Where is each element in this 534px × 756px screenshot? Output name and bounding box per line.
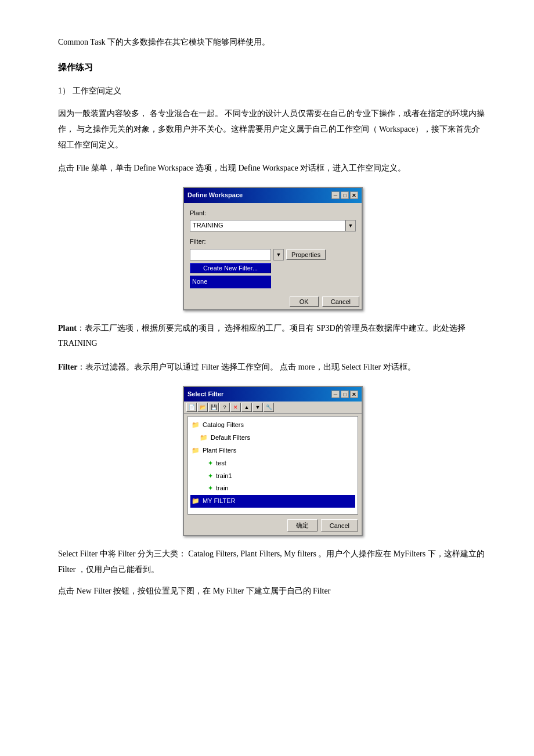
sf-new-btn[interactable]: 📄 [186,403,197,412]
new-filter-paragraph: 点击 New Filter 按钮，按钮位置见下图，在 My Filter 下建立… [58,584,488,599]
intro-text: Common Task 下的大多数操作在其它模块下能够同样使用。 [58,38,270,46]
paragraph-1: 因为一般装置内容较多， 各专业混合在一起。 不同专业的设计人员仅需要在自己的专业… [58,106,488,153]
sf-minimize-btn[interactable]: ─ [331,390,340,398]
item-icon-train1: ✦ [208,472,213,479]
define-workspace-dialog: Define Workspace ─ □ ✕ Plant: TRAINING ▼ [183,187,363,310]
sf-maximize-btn[interactable]: □ [341,390,349,398]
page-content: Common Task 下的大多数操作在其它模块下能够同样使用。 操作练习 1）… [58,35,488,599]
create-filter-row: Create New Filter... [190,263,356,274]
filter-dropdown-arrow[interactable]: ▼ [273,249,284,261]
plant-label-bold: Plant [58,324,77,332]
sf-dialog-title: Select Filter [187,389,223,400]
filter-label: Filter: [190,236,356,248]
sf-cancel-button[interactable]: Cancel [321,519,358,531]
folder-icon-catalog: 📁 [192,421,200,428]
tree-item-train[interactable]: ✦ train [190,482,355,495]
plant-dropdown-arrow[interactable]: ▼ [345,220,356,231]
filter-description: Filter：表示过滤器。表示用户可以通过 Filter 选择工作空间。 点击 … [58,360,488,375]
sf-tree-area: 📁 Catalog Filters 📁 Default Filters 📁 P [187,416,358,515]
subsection-number: 1） 工作空间定义 [58,84,488,98]
none-item[interactable]: None [190,276,271,288]
plant-label: Plant: [190,208,356,219]
cancel-button[interactable]: Cancel [322,296,359,307]
dialog-title: Define Workspace [187,190,243,201]
select-filter-dialog-container: Select Filter ─ □ ✕ 📄 📂 💾 ? ✕ ▲ ▼ 🔧 [58,386,488,537]
ok-button[interactable]: OK [290,296,319,307]
sf-close-btn[interactable]: ✕ [350,390,358,398]
section-title: 操作练习 [58,60,488,75]
sf-question-btn[interactable]: ? [219,403,230,412]
maximize-btn[interactable]: □ [341,191,349,199]
tree-item-train1[interactable]: ✦ train1 [190,470,355,483]
dialog-footer: OK Cancel [184,294,362,309]
sf-ok-button[interactable]: 确定 [287,519,317,531]
sf-up-btn[interactable]: ▲ [241,403,252,412]
select-filter-dialog: Select Filter ─ □ ✕ 📄 📂 💾 ? ✕ ▲ ▼ 🔧 [183,386,363,537]
sf-down-btn[interactable]: ▼ [252,403,263,412]
sf-open-btn[interactable]: 📂 [197,403,208,412]
filter-row: ▼ Properties [190,249,356,261]
paragraph-2: 点击 File 菜单，单击 Define Workspace 选项，出现 Def… [58,161,488,176]
titlebar-buttons: ─ □ ✕ [331,191,358,199]
filter-label-bold: Filter [58,363,77,371]
folder-icon-default: 📁 [200,434,208,441]
plant-row: TRAINING ▼ [190,220,356,231]
close-btn[interactable]: ✕ [350,191,358,199]
tree-item-test[interactable]: ✦ test [190,457,355,470]
tree-item-my-filter[interactable]: 📁 MY FILTER [190,495,355,508]
sf-save-btn[interactable]: 💾 [208,403,219,412]
sf-toolbar: 📄 📂 💾 ? ✕ ▲ ▼ 🔧 [184,401,362,414]
tree-item-catalog-filters[interactable]: 📁 Catalog Filters [190,419,355,432]
item-icon-train: ✦ [208,484,213,491]
define-workspace-dialog-container: Define Workspace ─ □ ✕ Plant: TRAINING ▼ [58,187,488,310]
folder-icon-plant: 📁 [192,447,200,454]
plant-description: Plant：表示工厂选项，根据所要完成的项目， 选择相应的工厂。项目有 SP3D… [58,321,488,352]
dialog-body: Plant: TRAINING ▼ Filter: ▼ Properties [184,203,362,294]
properties-button[interactable]: Properties [286,249,326,260]
create-new-filter-button[interactable]: Create New Filter... [190,263,271,273]
tree-item-default-filters[interactable]: 📁 Default Filters [190,432,355,444]
item-icon-test: ✦ [208,460,213,466]
sf-footer: 确定 Cancel [184,517,362,535]
filter-select[interactable] [190,249,271,261]
intro-paragraph: Common Task 下的大多数操作在其它模块下能够同样使用。 [58,35,488,49]
plant-input[interactable]: TRAINING [190,220,345,231]
minimize-btn[interactable]: ─ [331,191,340,199]
sf-titlebar-buttons: ─ □ ✕ [331,390,358,398]
dialog-titlebar: Define Workspace ─ □ ✕ [184,188,362,203]
tree-item-plant-filters[interactable]: 📁 Plant Filters [190,444,355,457]
select-filter-description: Select Filter 中将 Filter 分为三大类： Catalog F… [58,547,488,577]
sf-delete-btn[interactable]: ✕ [230,403,241,412]
folder-icon-my-filter: 📁 [192,497,200,504]
sf-properties-btn[interactable]: 🔧 [264,403,274,412]
sf-dialog-titlebar: Select Filter ─ □ ✕ [184,387,362,402]
